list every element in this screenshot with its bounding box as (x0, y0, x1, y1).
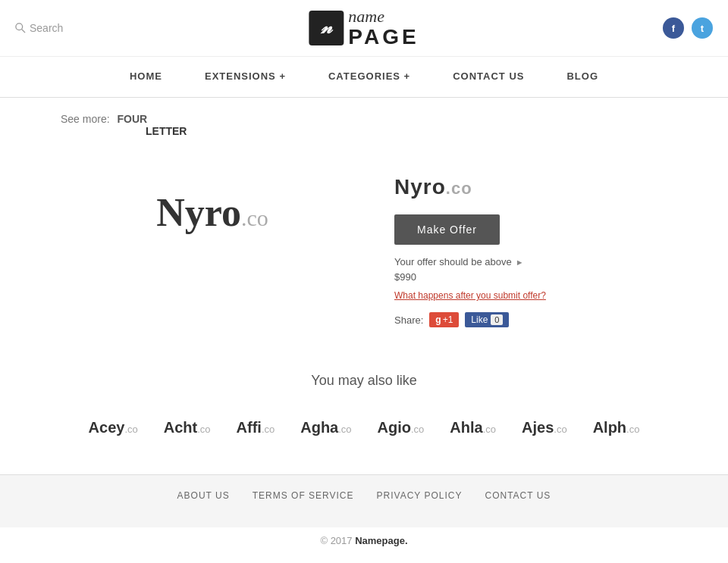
card-ext-0: .co (124, 424, 137, 435)
nav-home[interactable]: HOME (108, 57, 184, 97)
list-item[interactable]: Acey.co (80, 411, 147, 444)
arrow-icon: ► (516, 258, 524, 267)
card-name-3: Agha (300, 419, 338, 436)
domain-cards: Acey.co Acht.co Affi.co Agha.co Agio.co … (30, 411, 698, 444)
list-item[interactable]: Affi.co (228, 411, 284, 444)
what-happens-link[interactable]: What happens after you submit offer? (394, 290, 667, 301)
gplus-button[interactable]: g +1 (429, 312, 459, 327)
category-label-line2[interactable]: LETTER (146, 125, 667, 137)
card-name-0: Acey (89, 419, 125, 436)
offer-price: $990 (394, 271, 667, 283)
list-item[interactable]: Acht.co (155, 411, 220, 444)
card-ext-2: .co (262, 424, 275, 435)
card-name-4: Agio (378, 419, 411, 436)
domain-logo-area: Nyro.co (61, 160, 364, 265)
list-item[interactable]: Agha.co (291, 411, 360, 444)
domain-name-title: Nyro (394, 175, 446, 199)
logo-page: PAGE (348, 26, 419, 49)
card-ext-4: .co (411, 424, 424, 435)
facebook-button[interactable]: f (663, 17, 684, 39)
footer-privacy[interactable]: PRIVACY POLICY (377, 490, 463, 501)
site-logo[interactable]: 𝓃 name PAGE (309, 8, 419, 49)
gplus-icon: g (435, 314, 441, 325)
card-name-2: Affi (237, 419, 262, 436)
domain-logo-display: Nyro.co (156, 190, 268, 235)
breadcrumb: See more: FOUR LETTER (0, 98, 728, 145)
domain-title: Nyro.co (394, 175, 667, 199)
copyright-year: © 2017 (320, 535, 352, 546)
share-label: Share: (394, 314, 423, 326)
nav-contact[interactable]: CONTACT US (431, 57, 545, 97)
twitter-button[interactable]: t (692, 17, 713, 39)
also-like-title: You may also like (30, 373, 698, 389)
main-nav: HOME EXTENSIONS + CATEGORIES + CONTACT U… (0, 57, 728, 98)
domain-name-large: Nyro (156, 191, 241, 234)
site-header: Search 𝓃 name PAGE f t (0, 0, 728, 57)
logo-icon-letter: 𝓃 (321, 17, 331, 38)
logo-text: name PAGE (348, 8, 419, 49)
card-ext-6: .co (554, 424, 566, 435)
search-button[interactable]: Search (15, 22, 63, 34)
logo-name: name (348, 8, 419, 26)
card-name-1: Acht (164, 419, 197, 436)
search-label: Search (30, 22, 63, 34)
logo-icon-box: 𝓃 (309, 11, 344, 45)
see-more-label: See more: (61, 113, 110, 125)
list-item[interactable]: Agio.co (369, 411, 434, 444)
offer-hint-text: Your offer should be above (394, 256, 512, 267)
footer-contact[interactable]: CONTACT US (485, 490, 551, 501)
social-links: f t (663, 17, 713, 39)
nav-categories[interactable]: CATEGORIES + (307, 57, 431, 97)
also-like-section: You may also like Acey.co Acht.co Affi.c… (0, 358, 728, 474)
card-ext-7: .co (626, 424, 639, 435)
list-item[interactable]: Ajes.co (513, 411, 576, 444)
copyright-brand: Namepage. (355, 535, 407, 546)
card-name-7: Alph (593, 419, 626, 436)
card-ext-5: .co (483, 424, 496, 435)
card-ext-1: .co (197, 424, 210, 435)
main-content: Nyro.co Nyro.co Make Offer Your offer sh… (0, 145, 728, 358)
share-row: Share: g +1 Like 0 (394, 312, 667, 327)
footer-terms[interactable]: TERMS OF SERVICE (253, 490, 354, 501)
domain-ext-title: .co (446, 179, 472, 198)
domain-info: Nyro.co Make Offer Your offer should be … (394, 160, 667, 327)
footer-copyright: © 2017 Namepage. (0, 527, 728, 554)
fb-count: 0 (491, 314, 503, 325)
card-name-5: Ahla (450, 419, 482, 436)
list-item[interactable]: Ahla.co (441, 411, 505, 444)
nav-blog[interactable]: BLOG (545, 57, 620, 97)
offer-hint: Your offer should be above ► (394, 256, 667, 267)
card-ext-3: .co (338, 424, 351, 435)
nav-extensions[interactable]: EXTENSIONS + (184, 57, 307, 97)
search-icon (15, 23, 26, 33)
footer-nav: ABOUT US TERMS OF SERVICE PRIVACY POLICY… (0, 474, 728, 527)
facebook-like-button[interactable]: Like 0 (465, 312, 509, 327)
fb-like-label: Like (471, 314, 488, 325)
make-offer-button[interactable]: Make Offer (394, 214, 500, 245)
category-label[interactable]: FOUR (117, 113, 147, 125)
gplus-label: +1 (443, 314, 453, 325)
list-item[interactable]: Alph.co (584, 411, 649, 444)
card-name-6: Ajes (522, 419, 554, 436)
svg-point-0 (16, 23, 23, 30)
site-footer: ABOUT US TERMS OF SERVICE PRIVACY POLICY… (0, 474, 728, 554)
svg-line-1 (22, 30, 25, 33)
footer-links: ABOUT US TERMS OF SERVICE PRIVACY POLICY… (15, 490, 713, 501)
footer-about[interactable]: ABOUT US (177, 490, 230, 501)
domain-ext-large: .co (241, 205, 268, 230)
